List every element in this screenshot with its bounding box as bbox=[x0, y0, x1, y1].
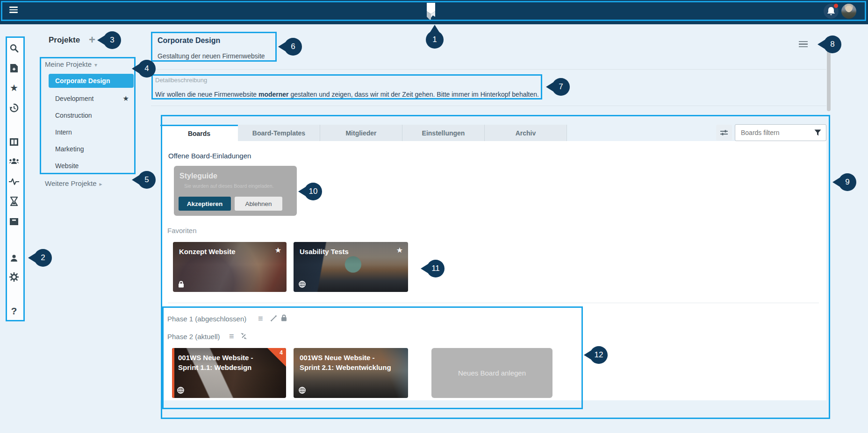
section-title-invitations: Offene Board-Einladungen bbox=[168, 152, 251, 160]
sidebar-item-corporate-design[interactable]: Corporate Design bbox=[49, 74, 134, 88]
gear-icon[interactable] bbox=[8, 271, 20, 283]
annotation-pin-2: 2 bbox=[34, 249, 52, 267]
lock-icon bbox=[281, 314, 287, 321]
globe-icon bbox=[177, 387, 184, 394]
project-group-meine-projekte[interactable]: Meine Projekte▾ bbox=[45, 60, 97, 68]
expand-icon[interactable] bbox=[270, 315, 277, 322]
decline-invitation-button[interactable]: Ablehnen bbox=[235, 197, 282, 211]
annotation-pin-4: 4 bbox=[138, 60, 156, 78]
globe-icon bbox=[299, 387, 306, 394]
create-board-button[interactable]: Neues Board anlegen bbox=[431, 348, 552, 398]
add-project-button[interactable]: + bbox=[89, 33, 95, 46]
chevron-right-icon: ▸ bbox=[100, 181, 102, 187]
color-stripe bbox=[172, 348, 174, 398]
lock-icon bbox=[178, 281, 184, 288]
hourglass-icon[interactable] bbox=[8, 196, 20, 207]
board-card-title: 001WS Neue Website - Sprint 2.1: Webentw… bbox=[300, 353, 394, 372]
users-icon[interactable] bbox=[8, 156, 20, 167]
help-icon[interactable]: ? bbox=[8, 305, 20, 316]
tab-boards[interactable]: Boards bbox=[160, 125, 238, 141]
sidebar-item-marketing[interactable]: Marketing bbox=[49, 142, 134, 156]
annotation-pin-8: 8 bbox=[824, 35, 841, 53]
history-icon[interactable] bbox=[8, 102, 20, 114]
tab-archiv[interactable]: Archiv bbox=[485, 125, 567, 141]
board-card-sprint-1-1[interactable]: 001WS Neue Website - Sprint 1.1: Webdesi… bbox=[172, 348, 286, 398]
invitation-board-title: Styleguide bbox=[179, 172, 217, 180]
divider bbox=[151, 69, 826, 70]
annotation-pin-10: 10 bbox=[304, 183, 322, 200]
annotation-pin-1: 1 bbox=[426, 31, 444, 49]
app-logo-icon[interactable] bbox=[424, 2, 437, 22]
favorite-star-icon[interactable]: ★ bbox=[275, 246, 281, 255]
annotation-pin-6: 6 bbox=[284, 38, 302, 56]
bell-icon bbox=[826, 6, 836, 16]
tab-einstellungen[interactable]: Einstellungen bbox=[402, 125, 485, 141]
main-menu-icon[interactable] bbox=[9, 7, 18, 13]
annotation-pin-5: 5 bbox=[138, 171, 156, 189]
globe-icon bbox=[299, 281, 306, 288]
phase-1-label: Phase 1 (abgeschlossen) bbox=[167, 315, 246, 323]
board-card-title: Usability Tests bbox=[300, 247, 394, 256]
tab-mitglieder[interactable]: Mitglieder bbox=[320, 125, 402, 141]
note-add-icon[interactable] bbox=[8, 63, 20, 74]
boards-filter-input[interactable] bbox=[735, 124, 826, 141]
star-icon[interactable]: ★ bbox=[8, 82, 20, 93]
chevron-down-icon: ▾ bbox=[94, 62, 97, 68]
filter-options-button[interactable] bbox=[716, 125, 732, 141]
phase-2-label: Phase 2 (aktuell) bbox=[167, 333, 220, 341]
description-text[interactable]: Wir wollen die neue Firmenwebsite modern… bbox=[155, 91, 539, 98]
activity-icon[interactable] bbox=[8, 176, 20, 187]
projects-panel-title: Projekte bbox=[49, 35, 80, 45]
annotation-pin-11: 11 bbox=[427, 260, 445, 277]
sidebar-item-construction[interactable]: Construction bbox=[49, 109, 134, 122]
page-subtitle: Gestaltung der neuen Firmenwebsite bbox=[158, 52, 265, 60]
board-card-konzept-website[interactable]: Konzept Website ★ bbox=[173, 242, 287, 292]
page-title: Corporate Design bbox=[158, 36, 220, 45]
phase-menu-icon[interactable]: ≡ bbox=[229, 332, 234, 341]
annotation-pin-9: 9 bbox=[839, 173, 856, 191]
person-icon[interactable] bbox=[8, 253, 20, 264]
project-group-weitere-projekte[interactable]: Weitere Projekte▸ bbox=[45, 179, 102, 187]
annotation-pin-7: 7 bbox=[552, 78, 570, 96]
board-invitation-card: Styleguide Sie wurden auf dieses Board e… bbox=[174, 166, 297, 216]
divider bbox=[151, 106, 826, 106]
tab-board-templates[interactable]: Board-Templates bbox=[238, 125, 320, 141]
archive-icon[interactable] bbox=[8, 216, 20, 227]
sliders-icon bbox=[720, 129, 728, 136]
favorite-star-icon[interactable]: ★ bbox=[396, 246, 403, 255]
favorite-star-icon: ★ bbox=[123, 94, 129, 103]
columns-board-icon[interactable] bbox=[8, 136, 20, 148]
board-card-title: Konzept Website bbox=[179, 247, 273, 256]
search-icon[interactable] bbox=[8, 43, 20, 54]
board-card-title: 001WS Neue Website - Sprint 1.1: Webdesi… bbox=[178, 353, 267, 372]
annotation-pin-12: 12 bbox=[590, 346, 608, 364]
sidebar-item-development[interactable]: Development ★ bbox=[49, 92, 134, 105]
project-options-menu-icon[interactable] bbox=[799, 41, 808, 47]
count-badge bbox=[267, 348, 286, 367]
invitation-subtitle: Sie wurden auf dieses Board eingeladen. bbox=[184, 183, 273, 189]
notification-badge bbox=[834, 4, 838, 8]
board-card-usability-tests[interactable]: Usability Tests ★ bbox=[294, 242, 408, 292]
board-card-sprint-2-1[interactable]: 001WS Neue Website - Sprint 2.1: Webentw… bbox=[294, 348, 408, 398]
sidebar-item-intern[interactable]: Intern bbox=[49, 126, 134, 139]
funnel-filter-icon[interactable] bbox=[814, 129, 821, 136]
section-title-favorites: Favoriten bbox=[167, 227, 197, 234]
phase-menu-icon[interactable]: ≡ bbox=[258, 314, 263, 323]
sidebar-item-website[interactable]: Website bbox=[49, 159, 134, 172]
collapse-icon[interactable] bbox=[240, 333, 247, 340]
user-avatar[interactable] bbox=[841, 4, 856, 19]
description-label: Detailbeschreibung bbox=[155, 77, 207, 84]
accept-invitation-button[interactable]: Akzeptieren bbox=[179, 197, 231, 211]
notifications-button[interactable] bbox=[824, 4, 839, 19]
divider bbox=[168, 303, 819, 303]
annotation-pin-3: 3 bbox=[103, 31, 121, 49]
